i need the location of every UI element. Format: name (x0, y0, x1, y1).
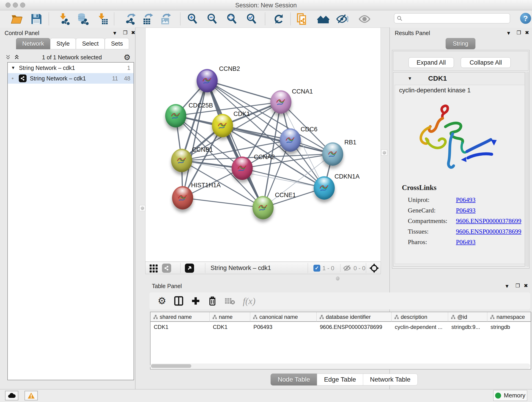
network-overview-share-icon[interactable] (162, 264, 171, 273)
table-cell[interactable]: stringdb (487, 323, 532, 332)
panel-float-icon[interactable]: ❐ (123, 30, 128, 36)
selected-checkbox-icon[interactable]: ✓ (313, 265, 320, 272)
collapse-all-button[interactable]: Collapse All (461, 57, 511, 68)
network-node-ccna1[interactable] (270, 90, 291, 114)
create-column-plus-icon[interactable] (191, 296, 200, 306)
export-network-icon[interactable] (124, 12, 137, 26)
export-view-icon[interactable] (185, 264, 194, 273)
import-network-database-icon[interactable] (76, 12, 89, 26)
crosslink-link[interactable]: 9606.ENSP00000378699 (456, 217, 521, 225)
home-icon[interactable] (317, 12, 330, 26)
refresh-view-icon[interactable] (272, 12, 285, 26)
panel-close-icon[interactable]: ✖ (525, 30, 529, 36)
column-header-namespace[interactable]: namespace (487, 312, 532, 322)
tab-node-table[interactable]: Node Table (271, 374, 317, 385)
network-collection-row[interactable]: ▼ String Network – cdk1 1 (8, 63, 133, 73)
collapse-all-chevron-icon[interactable] (5, 54, 12, 61)
network-node-ccne1[interactable] (253, 196, 273, 219)
hide-selected-eye-slash-icon[interactable] (336, 12, 349, 26)
panel-menu-caret-icon[interactable]: ▼ (112, 30, 117, 36)
birds-eye-view-icon[interactable] (149, 264, 158, 274)
column-header-name[interactable]: name (210, 312, 250, 322)
tab-network[interactable]: Network (16, 38, 50, 49)
panel-close-icon[interactable]: ✖ (524, 283, 528, 289)
tab-select[interactable]: Select (76, 38, 105, 49)
panel-menu-caret-icon[interactable]: ▼ (505, 283, 510, 289)
zoom-fit-icon[interactable] (225, 12, 239, 26)
export-table-icon[interactable] (141, 12, 154, 26)
save-session-icon[interactable] (30, 12, 43, 26)
search-field[interactable] (394, 13, 510, 23)
network-node-cdkn1a[interactable] (314, 176, 335, 200)
cloud-button[interactable] (5, 391, 18, 400)
network-options-gear-icon[interactable]: ⚙ (124, 54, 131, 61)
import-network-file-icon[interactable] (57, 12, 70, 26)
splitter-handle[interactable] (336, 276, 340, 281)
column-header-id[interactable]: @id (448, 312, 487, 322)
expand-all-chevron-icon[interactable] (13, 54, 20, 61)
crosslink-link[interactable]: P06493 (456, 238, 476, 246)
table-cell[interactable]: stringdb:9... (448, 323, 487, 332)
column-header-sharedname[interactable]: shared name (151, 312, 210, 322)
node-table[interactable]: shared namenamecanonical namedatabase id… (150, 312, 531, 370)
column-header-description[interactable]: description (392, 312, 448, 322)
network-node-cdc6[interactable] (280, 128, 301, 152)
zoom-in-icon[interactable] (186, 12, 199, 26)
warnings-button[interactable] (25, 391, 38, 400)
export-image-icon[interactable] (159, 12, 172, 26)
table-cell[interactable]: 9606.ENSP00000378699 (317, 323, 392, 332)
expand-all-button[interactable]: Expand All (409, 57, 454, 68)
tab-edge-table[interactable]: Edge Table (317, 374, 363, 385)
delete-table-icon[interactable] (225, 297, 235, 305)
network-node-ccnb2[interactable] (196, 69, 218, 92)
network-node-ccnb1[interactable] (171, 149, 192, 172)
panel-menu-caret-icon[interactable]: ▼ (506, 30, 511, 36)
crosslink-link[interactable]: 9606.ENSP00000378699 (456, 228, 521, 235)
tab-sets[interactable]: Sets (105, 38, 129, 49)
search-input[interactable] (403, 15, 507, 22)
panel-close-icon[interactable]: ✖ (131, 30, 135, 36)
tab-network-table[interactable]: Network Table (363, 374, 418, 385)
network-node-cdc25b[interactable] (165, 104, 186, 128)
network-node-hist1h1a[interactable] (172, 186, 193, 210)
duplicate-network-icon[interactable] (296, 12, 309, 26)
table-settings-gear-icon[interactable]: ⚙ (158, 296, 166, 306)
show-columns-icon[interactable] (174, 296, 183, 306)
tab-string[interactable]: String (446, 38, 475, 49)
function-builder-icon[interactable]: f(x) (243, 296, 256, 306)
scrollbar-thumb[interactable] (151, 364, 191, 368)
column-header-canonicalname[interactable]: canonical name (250, 312, 317, 322)
table-cell[interactable]: CDK1 (151, 323, 210, 332)
splitter-handle[interactable] (139, 205, 145, 211)
table-horizontal-scrollbar[interactable] (150, 364, 530, 369)
network-canvas[interactable]: CCNB2CCNA1CDC25BCDK1CDC6RB1CCNB1CCNA2CDK… (145, 27, 381, 262)
show-all-eye-icon[interactable] (358, 12, 371, 26)
splitter-handle[interactable] (381, 150, 387, 156)
tab-style[interactable]: Style (50, 38, 76, 49)
crosshair-icon[interactable] (369, 263, 379, 274)
panel-float-icon[interactable]: ❐ (515, 283, 520, 289)
crosslink-link[interactable]: P06493 (456, 207, 476, 214)
memory-button[interactable]: Memory (493, 390, 527, 401)
network-row-selected[interactable]: ● String Network – cdk1 11 48 (8, 73, 133, 84)
network-node-rb1[interactable] (322, 142, 343, 166)
tree-expander-icon[interactable]: ▼ (11, 65, 15, 70)
column-header-databaseidentifier[interactable]: database identifier (317, 312, 392, 322)
entry-header[interactable]: ▼ CDK1 (393, 72, 528, 84)
network-node-ccna2[interactable] (232, 157, 253, 180)
delete-column-trash-icon[interactable] (208, 296, 217, 306)
table-cell[interactable]: P06493 (250, 323, 317, 332)
entry-expander-icon[interactable]: ▼ (408, 76, 412, 81)
panel-float-icon[interactable]: ❐ (517, 30, 521, 36)
column-header-label: database identifier (326, 314, 371, 320)
table-cell[interactable]: cyclin-dependent ... (392, 323, 448, 332)
open-session-icon[interactable] (10, 12, 23, 26)
import-table-file-icon[interactable] (96, 12, 109, 26)
crosslink-link[interactable]: P06493 (456, 196, 476, 204)
help-button[interactable]: ? (520, 13, 531, 24)
network-node-cdk1[interactable] (212, 114, 233, 137)
results-scrollbar[interactable] (525, 72, 528, 267)
zoom-selected-icon[interactable] (245, 12, 259, 26)
table-cell[interactable]: CDK1 (210, 323, 250, 332)
zoom-out-icon[interactable] (206, 12, 219, 26)
